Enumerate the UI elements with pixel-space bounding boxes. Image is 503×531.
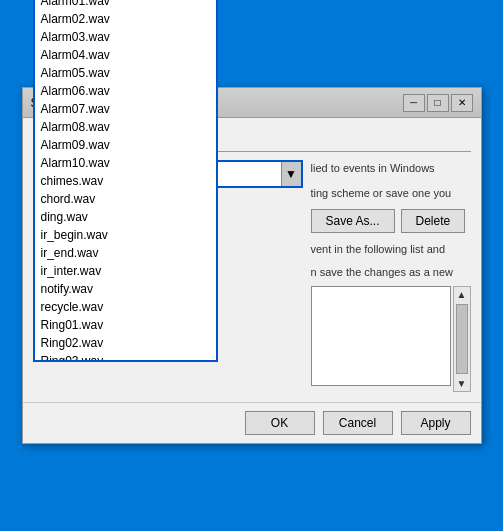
dropdown-item-ir-inter[interactable]: ir_inter.wav <box>35 262 216 280</box>
dropdown-item-alarm10[interactable]: Alarm10.wav <box>35 154 216 172</box>
sound-dialog: Sound ─ □ ✕ Pl... ications (None) Alarm0… <box>22 87 482 444</box>
dropdown-item-alarm05[interactable]: Alarm05.wav <box>35 64 216 82</box>
maximize-button[interactable]: □ <box>427 94 449 112</box>
dropdown-item-ir-end[interactable]: ir_end.wav <box>35 244 216 262</box>
save-delete-row: Save As... Delete <box>311 209 471 233</box>
dropdown-item-alarm08[interactable]: Alarm08.wav <box>35 118 216 136</box>
cancel-button[interactable]: Cancel <box>323 411 393 435</box>
dropdown-item-alarm02[interactable]: Alarm02.wav <box>35 10 216 28</box>
events-list-container: ▲ ▼ <box>311 286 471 392</box>
dropdown-item-alarm06[interactable]: Alarm06.wav <box>35 82 216 100</box>
dropdown-item-chimes[interactable]: chimes.wav <box>35 172 216 190</box>
events-list[interactable] <box>311 286 451 386</box>
dropdown-item-alarm03[interactable]: Alarm03.wav <box>35 28 216 46</box>
dialog-bottom: OK Cancel Apply <box>23 402 481 443</box>
delete-button[interactable]: Delete <box>401 209 466 233</box>
scroll-down-button[interactable]: ▼ <box>454 376 470 391</box>
dropdown-item-notify[interactable]: notify.wav <box>35 280 216 298</box>
left-panel: (None) Alarm01.wav Alarm02.wav Alarm03.w… <box>33 160 303 392</box>
notifications-text-2: ting scheme or save one you <box>311 185 471 202</box>
dropdown-item-ir-begin[interactable]: ir_begin.wav <box>35 226 216 244</box>
dropdown-item-alarm04[interactable]: Alarm04.wav <box>35 46 216 64</box>
events-text-2: n save the changes as a new <box>311 264 471 281</box>
apply-button[interactable]: Apply <box>401 411 471 435</box>
ok-button[interactable]: OK <box>245 411 315 435</box>
dropdown-item-alarm09[interactable]: Alarm09.wav <box>35 136 216 154</box>
close-button[interactable]: ✕ <box>451 94 473 112</box>
dropdown-item-ring01[interactable]: Ring01.wav <box>35 316 216 334</box>
scrollbar-thumb[interactable] <box>456 304 468 374</box>
dropdown-item-ring02[interactable]: Ring02.wav <box>35 334 216 352</box>
dropdown-item-ding[interactable]: ding.wav <box>35 208 216 226</box>
dropdown-item-alarm07[interactable]: Alarm07.wav <box>35 100 216 118</box>
sound-dropdown-popup[interactable]: (None) Alarm01.wav Alarm02.wav Alarm03.w… <box>33 0 218 362</box>
titlebar-buttons: ─ □ ✕ <box>403 94 473 112</box>
save-as-button[interactable]: Save As... <box>311 209 395 233</box>
dropdown-item-chord[interactable]: chord.wav <box>35 190 216 208</box>
notifications-text-1: lied to events in Windows <box>311 160 471 177</box>
events-scrollbar[interactable]: ▲ ▼ <box>453 286 471 392</box>
right-panel: lied to events in Windows ting scheme or… <box>311 160 471 392</box>
main-layout: (None) Alarm01.wav Alarm02.wav Alarm03.w… <box>33 160 471 392</box>
dropdown-arrow-icon[interactable]: ▼ <box>281 162 301 186</box>
dropdown-item-ring03[interactable]: Ring03.wav <box>35 352 216 362</box>
scroll-up-button[interactable]: ▲ <box>454 287 470 302</box>
minimize-button[interactable]: ─ <box>403 94 425 112</box>
events-text-1: vent in the following list and <box>311 241 471 258</box>
dropdown-item-alarm01[interactable]: Alarm01.wav <box>35 0 216 10</box>
dropdown-item-recycle[interactable]: recycle.wav <box>35 298 216 316</box>
dialog-content: Pl... ications (None) Alarm01.wav Alarm0… <box>23 118 481 402</box>
